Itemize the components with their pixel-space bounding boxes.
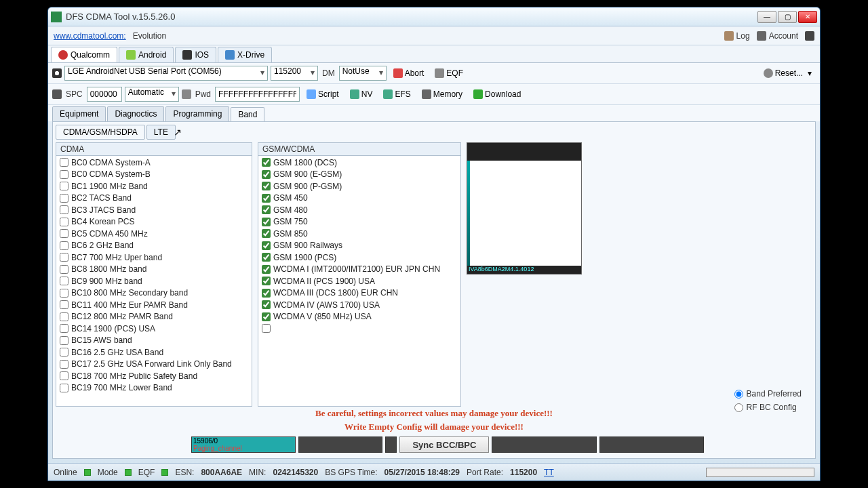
port-select[interactable]: LGE AndroidNet USB Serial Port (COM56): [64, 66, 268, 81]
band-item[interactable]: BC15 AWS band: [57, 335, 251, 347]
band-item[interactable]: BC10 800 MHz Secondary band: [57, 287, 251, 300]
band-checkbox[interactable]: [60, 300, 68, 309]
band-checkbox[interactable]: [60, 277, 68, 285]
band-item[interactable]: BC17 2.5 GHz USA Forward Link Only Band: [57, 359, 251, 371]
band-item[interactable]: WCDMA V (850 MHz) USA: [259, 311, 460, 323]
band-item[interactable]: GSM 1800 (DCS): [259, 157, 460, 169]
band-checkbox[interactable]: [60, 324, 68, 333]
band-item[interactable]: BC5 CDMA 450 MHz: [57, 228, 251, 240]
band-checkbox[interactable]: [262, 277, 271, 285]
chat-button[interactable]: [805, 31, 814, 41]
tab-android[interactable]: Android: [119, 47, 174, 62]
band-item[interactable]: WCDMA IV (AWS 1700) USA: [259, 299, 460, 311]
band-item-empty[interactable]: [259, 323, 460, 335]
radio-rf-bc-config[interactable]: RF BC Config: [734, 403, 802, 412]
tab-equipment[interactable]: Equipment: [52, 106, 106, 121]
band-item[interactable]: WCDMA III (DCS 1800) EUR CHN: [259, 287, 460, 300]
sync-button[interactable]: Sync BCC/BPC: [399, 436, 489, 453]
band-item[interactable]: BC0 CDMA System-A: [57, 157, 251, 169]
band-checkbox[interactable]: [262, 253, 271, 262]
band-item[interactable]: GSM 900 (P-GSM): [259, 180, 460, 192]
tab-programming[interactable]: Programming: [165, 106, 229, 121]
tab-ios[interactable]: IOS: [175, 47, 216, 62]
band-checkbox[interactable]: [262, 218, 271, 226]
band-checkbox[interactable]: [60, 289, 68, 298]
band-checkbox[interactable]: [262, 158, 271, 167]
band-item[interactable]: BC19 700 MHz Lower Band: [57, 382, 251, 394]
tab-band[interactable]: Band: [231, 107, 264, 122]
band-checkbox[interactable]: [262, 170, 271, 179]
band-item[interactable]: GSM 480: [259, 204, 460, 216]
titlebar[interactable]: DFS CDMA Tool v.15.5.26.0 — ▢ ✕: [48, 7, 820, 26]
pwd-input[interactable]: [215, 87, 300, 102]
band-checkbox[interactable]: [262, 324, 271, 333]
band-item[interactable]: BC9 900 MHz band: [57, 275, 251, 287]
band-checkbox[interactable]: [60, 265, 68, 274]
band-checkbox[interactable]: [60, 170, 68, 179]
band-checkbox[interactable]: [60, 229, 68, 238]
band-item[interactable]: BC8 1800 MHz band: [57, 264, 251, 276]
subtab-cdma-gsm[interactable]: CDMA/GSM/HSDPA: [56, 125, 145, 140]
band-item[interactable]: BC4 Korean PCS: [57, 216, 251, 228]
maximize-button[interactable]: ▢: [778, 11, 797, 23]
band-checkbox[interactable]: [60, 371, 68, 380]
reset-button[interactable]: Reset...▾: [760, 67, 816, 79]
spc-mode-select[interactable]: Automatic: [125, 87, 179, 102]
band-item[interactable]: BC18 700 MHz Public Safety Band: [57, 370, 251, 382]
band-checkbox[interactable]: [60, 336, 68, 345]
band-checkbox[interactable]: [262, 194, 271, 203]
band-item[interactable]: GSM 750: [259, 216, 460, 228]
band-item[interactable]: BC7 700 MHz Uper band: [57, 251, 251, 264]
band-item[interactable]: BC1 1900 MHz Band: [57, 180, 251, 192]
band-item[interactable]: BC11 400 MHz Eur PAMR Band: [57, 299, 251, 311]
band-item[interactable]: BC12 800 MHz PAMR Band: [57, 311, 251, 323]
band-item[interactable]: BC3 JTACS Band: [57, 204, 251, 216]
account-button[interactable]: Account: [757, 31, 798, 41]
band-checkbox[interactable]: [60, 241, 68, 250]
efs-button[interactable]: EFS: [379, 88, 414, 100]
band-checkbox[interactable]: [262, 205, 271, 214]
tab-diagnostics[interactable]: Diagnoctics: [107, 106, 164, 121]
close-button[interactable]: ✕: [798, 11, 817, 23]
subtab-lte[interactable]: LTE: [146, 125, 176, 140]
band-item[interactable]: WCDMA I (IMT2000/IMT2100) EUR JPN CHN: [259, 264, 460, 276]
band-item[interactable]: WCDMA II (PCS 1900) USA: [259, 275, 460, 287]
abort-button[interactable]: Abort: [389, 67, 429, 79]
band-item[interactable]: GSM 1900 (PCS): [259, 251, 460, 264]
band-checkbox[interactable]: [60, 194, 68, 203]
band-checkbox[interactable]: [262, 265, 271, 274]
minimize-button[interactable]: —: [757, 11, 776, 23]
nv-button[interactable]: NV: [346, 88, 377, 100]
band-checkbox[interactable]: [60, 253, 68, 262]
band-checkbox[interactable]: [262, 182, 271, 190]
band-item[interactable]: BC2 TACS Band: [57, 192, 251, 205]
baud-select[interactable]: 115200: [271, 66, 318, 81]
band-checkbox[interactable]: [60, 384, 68, 392]
radio-band-preferred[interactable]: Band Preferred: [734, 389, 802, 399]
tab-xdrive[interactable]: X-Drive: [218, 47, 272, 62]
website-link[interactable]: www.cdmatool.com:: [54, 31, 126, 41]
band-checkbox[interactable]: [60, 205, 68, 214]
band-checkbox[interactable]: [60, 312, 68, 321]
band-checkbox[interactable]: [262, 241, 271, 250]
band-item[interactable]: BC6 2 GHz Band: [57, 240, 251, 252]
log-button[interactable]: Log: [724, 31, 750, 41]
download-button[interactable]: Download: [469, 88, 525, 100]
script-button[interactable]: Script: [302, 88, 343, 100]
band-checkbox[interactable]: [262, 312, 271, 321]
band-item[interactable]: GSM 900 (E-GSM): [259, 169, 460, 181]
band-item[interactable]: GSM 450: [259, 192, 460, 205]
band-item[interactable]: GSM 850: [259, 228, 460, 240]
band-item[interactable]: BC14 1900 (PCS) USA: [57, 323, 251, 335]
tab-qualcomm[interactable]: Qualcomm: [51, 47, 117, 62]
band-checkbox[interactable]: [60, 182, 68, 190]
band-checkbox[interactable]: [60, 158, 68, 167]
band-item[interactable]: BC0 CDMA System-B: [57, 169, 251, 181]
eqf-button[interactable]: EQF: [431, 67, 467, 79]
band-checkbox[interactable]: [60, 218, 68, 226]
band-checkbox[interactable]: [262, 289, 271, 298]
band-item[interactable]: GSM 900 Railways: [259, 240, 460, 252]
band-checkbox[interactable]: [60, 348, 68, 357]
memory-button[interactable]: Memory: [418, 88, 467, 100]
spc-input[interactable]: [87, 87, 122, 102]
